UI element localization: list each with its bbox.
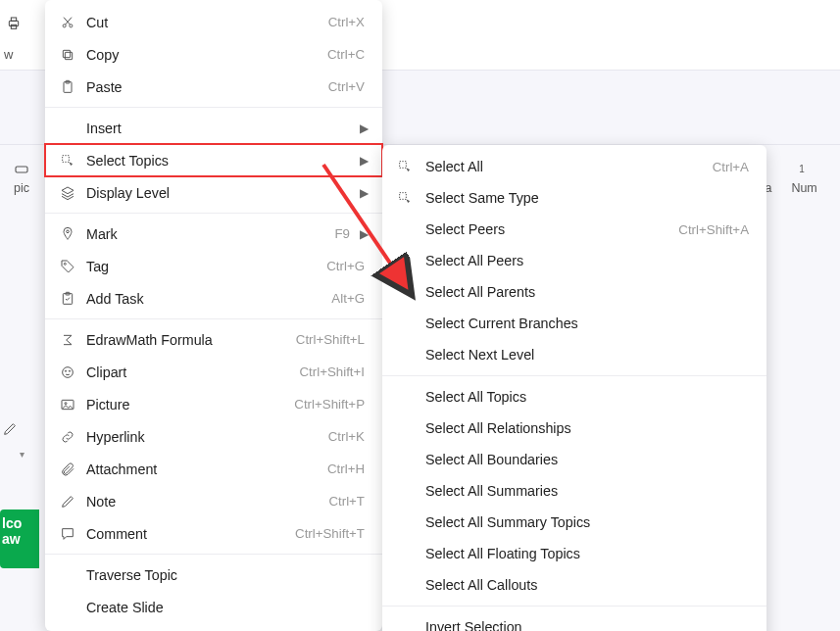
svg-rect-3 bbox=[16, 167, 27, 172]
chevron-down-icon[interactable]: ▾ bbox=[20, 449, 39, 460]
select-topics-submenu: Select All Ctrl+A Select Same Type Selec… bbox=[382, 145, 766, 631]
pencil-icon bbox=[59, 493, 76, 510]
svg-point-11 bbox=[70, 24, 73, 26]
paperclip-icon bbox=[59, 461, 76, 478]
comment-icon bbox=[59, 525, 76, 543]
svg-rect-12 bbox=[65, 52, 72, 59]
sub-next-level[interactable]: Select Next Level bbox=[382, 339, 766, 370]
menu-add-task[interactable]: Add Task Alt+G bbox=[45, 282, 382, 315]
svg-point-25 bbox=[65, 402, 67, 404]
menu-insert[interactable]: Insert ▶ bbox=[45, 112, 382, 144]
menu-note[interactable]: Note Ctrl+T bbox=[45, 485, 382, 517]
sub-all-peers[interactable]: Select All Peers bbox=[382, 245, 766, 276]
svg-point-21 bbox=[63, 366, 74, 377]
svg-rect-0 bbox=[9, 21, 18, 25]
menu-formula[interactable]: EdrawMath Formula Ctrl+Shift+L bbox=[45, 323, 382, 356]
chevron-right-icon: ▶ bbox=[360, 186, 369, 200]
sub-all-topics[interactable]: Select All Topics bbox=[382, 381, 766, 413]
sub-invert[interactable]: Invert Selection bbox=[382, 611, 766, 631]
select-icon bbox=[59, 152, 76, 170]
print-icon[interactable] bbox=[6, 16, 22, 31]
sigma-icon bbox=[59, 331, 76, 349]
sub-all-callouts[interactable]: Select All Callouts bbox=[382, 569, 766, 601]
sub-all-boundaries[interactable]: Select All Boundaries bbox=[382, 444, 766, 475]
sub-peers[interactable]: Select Peers Ctrl+Shift+A bbox=[382, 214, 766, 245]
left-mini-toolbar: ▾ bbox=[2, 421, 39, 460]
menu-select-topics[interactable]: Select Topics ▶ bbox=[45, 144, 382, 176]
sub-cur-branches[interactable]: Select Current Branches bbox=[382, 308, 766, 339]
below-fragment: w bbox=[4, 47, 13, 62]
paste-icon bbox=[59, 78, 76, 96]
num-icon: 1 bbox=[795, 160, 815, 179]
menu-display-level[interactable]: Display Level ▶ bbox=[45, 176, 382, 209]
svg-text:1: 1 bbox=[799, 164, 805, 174]
sub-all-summaries[interactable]: Select All Summaries bbox=[382, 475, 766, 507]
svg-point-23 bbox=[69, 370, 70, 371]
svg-point-18 bbox=[64, 263, 66, 265]
svg-point-10 bbox=[63, 24, 66, 26]
svg-point-22 bbox=[65, 370, 66, 371]
svg-rect-1 bbox=[11, 18, 16, 21]
menu-create-slide[interactable]: Create Slide bbox=[45, 591, 382, 623]
sub-all-floating[interactable]: Select All Floating Topics bbox=[382, 538, 766, 569]
chevron-right-icon: ▶ bbox=[360, 227, 369, 241]
sub-same-type[interactable]: Select Same Type bbox=[382, 182, 766, 214]
chevron-right-icon: ▶ bbox=[360, 121, 369, 135]
select-same-icon bbox=[396, 189, 414, 207]
menu-cut[interactable]: Cut Ctrl+X bbox=[45, 6, 382, 38]
chevron-right-icon: ▶ bbox=[360, 154, 369, 168]
svg-rect-13 bbox=[63, 50, 70, 57]
clipart-icon bbox=[59, 364, 76, 381]
menu-clipart[interactable]: Clipart Ctrl+Shift+I bbox=[45, 356, 382, 388]
menu-copy[interactable]: Copy Ctrl+C bbox=[45, 38, 382, 71]
tag-icon bbox=[59, 258, 76, 275]
sub-all-parents[interactable]: Select All Parents bbox=[382, 276, 766, 308]
layers-icon bbox=[59, 184, 76, 202]
link-icon bbox=[59, 428, 76, 446]
svg-rect-26 bbox=[400, 162, 407, 169]
menu-tag[interactable]: Tag Ctrl+G bbox=[45, 250, 382, 282]
toolbar-num[interactable]: 1 Num bbox=[783, 156, 824, 199]
menu-paste[interactable]: Paste Ctrl+V bbox=[45, 71, 382, 103]
pencil-icon[interactable] bbox=[2, 421, 22, 441]
sub-all-relationships[interactable]: Select All Relationships bbox=[382, 413, 766, 444]
context-menu: Cut Ctrl+X Copy Ctrl+C Paste Ctrl+V Inse… bbox=[45, 0, 382, 631]
canvas-welcome-fragment: lco aw bbox=[0, 510, 39, 568]
select-all-icon bbox=[396, 158, 414, 175]
cut-icon bbox=[59, 14, 76, 31]
image-icon bbox=[59, 396, 76, 413]
sub-select-all[interactable]: Select All Ctrl+A bbox=[382, 151, 766, 182]
menu-mark[interactable]: Mark F9 ▶ bbox=[45, 218, 382, 250]
menu-comment[interactable]: Comment Ctrl+Shift+T bbox=[45, 517, 382, 550]
menu-traverse-topic[interactable]: Traverse Topic bbox=[45, 558, 382, 591]
copy-icon bbox=[59, 46, 76, 64]
svg-rect-2 bbox=[11, 24, 16, 28]
svg-point-17 bbox=[67, 230, 70, 233]
svg-rect-27 bbox=[400, 193, 407, 200]
toolbar-topic-fragment[interactable]: pic bbox=[4, 156, 39, 199]
task-icon bbox=[59, 290, 76, 308]
menu-picture[interactable]: Picture Ctrl+Shift+P bbox=[45, 388, 382, 420]
menu-attachment[interactable]: Attachment Ctrl+H bbox=[45, 453, 382, 485]
menu-hyperlink[interactable]: Hyperlink Ctrl+K bbox=[45, 420, 382, 453]
mark-pin-icon bbox=[59, 225, 76, 243]
svg-rect-16 bbox=[63, 155, 70, 162]
sub-all-summary-topics[interactable]: Select All Summary Topics bbox=[382, 507, 766, 538]
